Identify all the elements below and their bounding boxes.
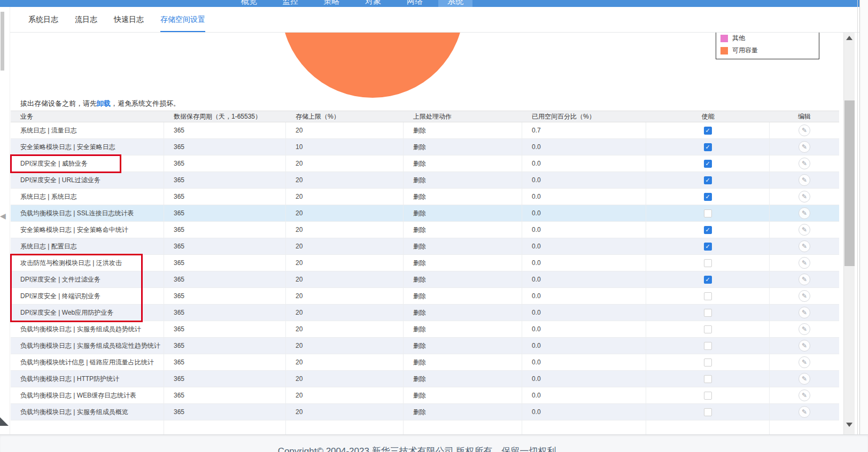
nav-menu-item[interactable]: 对象 [356, 0, 390, 7]
enable-checkbox[interactable] [704, 243, 712, 251]
edit-button[interactable]: ✎ [799, 290, 810, 302]
enable-checkbox[interactable] [704, 408, 712, 416]
edit-button[interactable]: ✎ [799, 406, 810, 418]
edit-button[interactable]: ✎ [799, 158, 810, 169]
edit-button[interactable]: ✎ [799, 207, 810, 219]
nav-menu-item[interactable]: 策略 [314, 0, 348, 7]
cell-used-percent: 0.0 [522, 238, 646, 254]
browser-scrollbar-strip[interactable] [859, 0, 868, 452]
pencil-icon: ✎ [802, 276, 807, 283]
scroll-up-arrow-icon[interactable] [846, 36, 852, 40]
edit-button[interactable]: ✎ [799, 274, 810, 285]
enable-checkbox[interactable] [704, 325, 712, 333]
nav-menu-item[interactable]: 系统 [438, 0, 472, 7]
enable-checkbox[interactable] [704, 160, 712, 168]
cell-used-percent: 0.0 [522, 371, 646, 387]
tab-item[interactable]: 流日志 [75, 7, 97, 32]
edit-button[interactable]: ✎ [799, 323, 810, 335]
edit-button[interactable]: ✎ [799, 240, 810, 252]
table-header-cell: 编辑 [770, 111, 839, 122]
storage-settings-panel: 其他 可用容量 拔出存储设备之前，请先卸载，避免系统文件损坏。 业务数据保存周期… [0, 33, 868, 434]
cell-retention-period: 365 [164, 238, 286, 254]
cell-limit-action: 删除 [404, 271, 522, 287]
cell-business: 安全策略模块日志 | 安全策略日志 [11, 139, 164, 155]
pencil-icon: ✎ [802, 325, 807, 333]
cell-storage-limit: 20 [286, 255, 404, 271]
legend-item[interactable]: 可用容量 [720, 46, 815, 54]
edit-button[interactable]: ✎ [799, 373, 810, 385]
cell-storage-limit: 20 [286, 238, 404, 254]
enable-checkbox[interactable] [704, 127, 712, 135]
cell-business: 攻击防范与检测模块日志 | 泛洪攻击 [11, 255, 164, 271]
cell-limit-action: 删除 [404, 189, 522, 205]
nav-menu-label: 概览 [232, 0, 266, 7]
cell-storage-limit: 20 [286, 288, 404, 304]
cell-retention-period: 365 [164, 354, 286, 370]
pencil-icon: ✎ [802, 193, 807, 200]
enable-checkbox[interactable] [704, 276, 712, 284]
cell-business: 负载均衡模块统计信息 | 链路应用流量占比统计 [11, 354, 164, 370]
cell-retention-period: 365 [164, 321, 286, 337]
enable-checkbox[interactable] [704, 342, 712, 350]
enable-checkbox[interactable] [704, 193, 712, 201]
edit-button[interactable]: ✎ [799, 191, 810, 202]
enable-checkbox[interactable] [704, 143, 712, 151]
nav-menu-item[interactable]: 概览 [232, 0, 266, 7]
legend-item[interactable]: 其他 [720, 34, 815, 42]
unmount-link[interactable]: 卸载 [97, 99, 111, 107]
enable-checkbox[interactable] [704, 292, 712, 300]
enable-checkbox[interactable] [704, 392, 712, 400]
enable-checkbox[interactable] [704, 176, 712, 184]
pencil-icon: ✎ [802, 309, 807, 316]
cell-used-percent: 0.0 [522, 255, 646, 271]
nav-menu-item[interactable]: 网络 [398, 0, 432, 7]
cell-limit-action: 删除 [404, 172, 522, 188]
nav-menu-item[interactable]: 监控 [273, 0, 307, 7]
edit-button[interactable]: ✎ [799, 356, 810, 368]
corner-triangle-icon[interactable] [0, 417, 9, 426]
storage-table: 业务数据保存周期（天，1-65535）存储上限（%）上限处理动作已用空间百分比（… [11, 111, 839, 434]
left-scrollbar-thumb[interactable] [1, 12, 4, 71]
edit-button[interactable]: ✎ [799, 224, 810, 236]
cell-storage-limit [286, 420, 404, 434]
enable-checkbox[interactable] [704, 359, 712, 367]
edit-button[interactable]: ✎ [799, 141, 810, 153]
cell-used-percent [522, 420, 646, 434]
cell-limit-action: 删除 [404, 122, 522, 138]
edit-button[interactable]: ✎ [799, 257, 810, 269]
cell-business: 负载均衡模块日志 | SSL连接日志统计表 [11, 205, 164, 221]
cell-storage-limit: 20 [286, 222, 404, 238]
notice-text-suffix: ，避免系统文件损坏。 [111, 99, 180, 107]
tab-item[interactable]: 快速日志 [114, 7, 144, 32]
table-row: 安全策略模块日志 | 安全策略命中统计 365 20 删除 0.0 ✎ [11, 222, 839, 238]
enable-checkbox[interactable] [704, 259, 712, 267]
cell-used-percent: 0.0 [522, 189, 646, 205]
cell-limit-action: 删除 [404, 338, 522, 354]
edit-button[interactable]: ✎ [799, 174, 810, 186]
cell-business: DPI深度安全 | 终端识别业务 [11, 288, 164, 304]
cell-retention-period: 365 [164, 155, 286, 172]
enable-checkbox[interactable] [704, 226, 712, 234]
cell-business: DPI深度安全 | Web应用防护业务 [11, 305, 164, 321]
cell-used-percent: 0.0 [522, 139, 646, 155]
edit-button[interactable]: ✎ [799, 307, 810, 318]
collapse-left-arrow-icon[interactable]: ◀ [0, 212, 6, 220]
pencil-icon: ✎ [802, 127, 807, 134]
tab-item[interactable]: 存储空间设置 [160, 7, 205, 32]
cell-retention-period: 365 [164, 255, 286, 271]
enable-checkbox[interactable] [704, 209, 712, 217]
cell-limit-action: 删除 [404, 371, 522, 387]
enable-checkbox[interactable] [704, 309, 712, 317]
scroll-down-arrow-icon[interactable] [846, 423, 852, 427]
edit-button[interactable]: ✎ [799, 389, 810, 401]
edit-button[interactable]: ✎ [799, 340, 810, 352]
table-row: 负载均衡模块日志 | 实服务组成员趋势统计 365 20 删除 0.0 ✎ [11, 321, 839, 338]
cell-business: 负载均衡模块日志 | HTTP防护统计 [11, 371, 164, 387]
enable-checkbox[interactable] [704, 375, 712, 383]
copyright-text: Copyright© 2004-2023 新华三技术有限公司 版权所有，保留一切… [0, 445, 834, 452]
scrollbar-thumb[interactable] [844, 100, 855, 266]
edit-button[interactable]: ✎ [799, 124, 810, 136]
table-header-cell: 业务 [11, 111, 164, 122]
tab-item[interactable]: 系统日志 [28, 7, 58, 32]
table-header-cell: 存储上限（%） [286, 111, 404, 122]
